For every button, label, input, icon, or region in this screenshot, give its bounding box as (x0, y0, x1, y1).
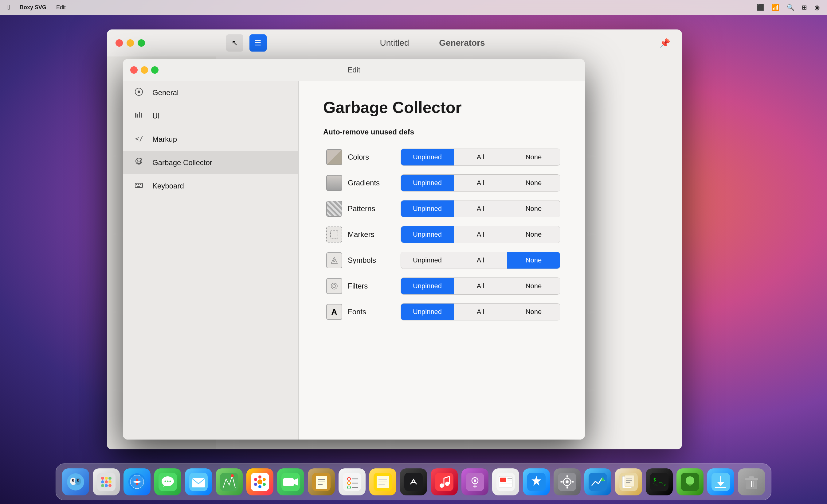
ui-icon (133, 111, 145, 121)
dock-downloads[interactable] (707, 468, 734, 495)
svg-point-33 (108, 484, 111, 487)
colors-label: Colors (345, 153, 401, 161)
colors-all-btn[interactable]: All (454, 149, 507, 165)
dock-preview[interactable] (615, 468, 642, 495)
filters-unpinned-btn[interactable]: Unpinned (401, 278, 454, 294)
gradients-all-btn[interactable]: All (454, 175, 507, 191)
svg-text:$ _: $ _ (653, 477, 662, 483)
svg-rect-57 (283, 478, 294, 486)
markers-all-btn[interactable]: All (454, 226, 507, 243)
svg-point-47 (231, 474, 234, 477)
svg-point-32 (105, 484, 108, 487)
markers-unpinned-btn[interactable]: Unpinned (401, 226, 454, 243)
dock-music[interactable] (431, 468, 458, 495)
svg-rect-102 (561, 481, 563, 483)
svg-rect-64 (343, 473, 361, 491)
fonts-icon: A (323, 301, 345, 323)
markers-btn-group: Unpinned All None (401, 226, 561, 243)
preferences-window: Edit General UI (123, 59, 585, 440)
patterns-icon-box (326, 201, 342, 217)
svg-rect-5 (141, 113, 142, 118)
svg-rect-76 (404, 473, 423, 491)
dock-trash[interactable] (738, 468, 765, 495)
dock-reminders[interactable] (339, 468, 366, 495)
dock-photos[interactable] (246, 468, 274, 495)
menubar-app-name[interactable]: Boxy SVG (20, 4, 46, 11)
toolbar-active-btn[interactable]: ☰ (249, 35, 266, 52)
dock-stickies[interactable] (369, 468, 396, 495)
close-button-front[interactable] (130, 66, 138, 74)
wifi-icon: 📶 (772, 4, 779, 11)
svg-rect-46 (220, 473, 238, 491)
sidebar-item-markup[interactable]: </> Markup (123, 128, 298, 151)
svg-point-26 (105, 477, 108, 480)
filters-none-btn[interactable]: None (507, 278, 560, 294)
dock-facetime[interactable] (277, 468, 304, 495)
patterns-all-btn[interactable]: All (454, 201, 507, 217)
patterns-none-btn[interactable]: None (507, 201, 560, 217)
svg-rect-10 (140, 184, 141, 185)
fonts-none-btn[interactable]: None (507, 303, 560, 320)
dock-system-preferences[interactable] (553, 468, 581, 495)
markers-none-btn[interactable]: None (507, 226, 560, 243)
markers-icon (323, 223, 345, 245)
sidebar-item-garbage-collector[interactable]: Garbage Collector (123, 151, 298, 174)
gradients-label: Gradients (345, 179, 401, 187)
symbols-none-btn[interactable]: None (507, 252, 560, 269)
sidebar-item-ui[interactable]: UI (123, 104, 298, 128)
symbols-unpinned-btn[interactable]: Unpinned (401, 252, 454, 269)
dock-mail[interactable] (185, 468, 212, 495)
svg-point-43 (169, 481, 171, 482)
dock-maps[interactable] (216, 468, 243, 495)
toolbar-cursor-btn[interactable]: ↖ (226, 35, 243, 52)
dock-launchpad[interactable] (93, 468, 120, 495)
search-icon[interactable]: 🔍 (787, 4, 794, 11)
dock-finder[interactable] (62, 468, 89, 495)
patterns-unpinned-btn[interactable]: Unpinned (401, 201, 454, 217)
control-center-icon[interactable]: ⊞ (802, 4, 807, 11)
dock-podcasts[interactable] (461, 468, 488, 495)
generators-pin-btn[interactable]: 📌 (658, 36, 672, 50)
maximize-button-back[interactable] (138, 39, 145, 47)
minimize-button-back[interactable] (127, 39, 134, 47)
dock-pixelmator[interactable] (677, 468, 703, 495)
svg-point-86 (474, 480, 476, 482)
dock-notes[interactable] (308, 468, 335, 495)
dock-messages[interactable] (154, 468, 181, 495)
sidebar-item-keyboard[interactable]: Keyboard (123, 174, 298, 198)
maximize-button-front[interactable] (151, 66, 158, 74)
preferences-sidebar: General UI </> Markup (123, 81, 299, 440)
siri-icon[interactable]: ◉ (814, 4, 820, 11)
section-subtitle: Auto-remove unused defs (323, 128, 561, 136)
dock-news[interactable] (492, 468, 519, 495)
apple-menu-icon[interactable]:  (7, 3, 10, 11)
dock-alt-meter[interactable] (584, 468, 611, 495)
fonts-unpinned-btn[interactable]: Unpinned (401, 303, 454, 320)
colors-none-btn[interactable]: None (507, 149, 560, 165)
sidebar-label-markup: Markup (152, 135, 177, 144)
sidebar-item-general[interactable]: General (123, 81, 298, 104)
gradients-none-btn[interactable]: None (507, 175, 560, 191)
menubar-edit[interactable]: Edit (56, 4, 66, 11)
fonts-all-btn[interactable]: All (454, 303, 507, 320)
generators-title-back: Generators (439, 38, 485, 48)
table-row: Patterns Unpinned All None (323, 198, 561, 220)
filters-all-btn[interactable]: All (454, 278, 507, 294)
dock-apple-tv[interactable] (400, 468, 427, 495)
svg-text:ls -la: ls -la (653, 483, 666, 487)
sidebar-label-general: General (152, 89, 179, 97)
symbols-all-btn[interactable]: All (454, 252, 507, 269)
filters-icon (323, 275, 345, 297)
dock: $ _ ls -la (56, 463, 771, 500)
dock-app-store[interactable] (523, 468, 550, 495)
svg-rect-104 (589, 473, 607, 491)
svg-rect-3 (137, 114, 138, 118)
svg-rect-91 (500, 478, 506, 482)
minimize-button-front[interactable] (141, 66, 148, 74)
dock-safari[interactable] (124, 468, 150, 495)
colors-unpinned-btn[interactable]: Unpinned (401, 149, 454, 165)
svg-point-79 (440, 484, 444, 488)
close-button-back[interactable] (115, 39, 123, 47)
dock-terminal[interactable]: $ _ ls -la (646, 468, 673, 495)
gradients-unpinned-btn[interactable]: Unpinned (401, 175, 454, 191)
